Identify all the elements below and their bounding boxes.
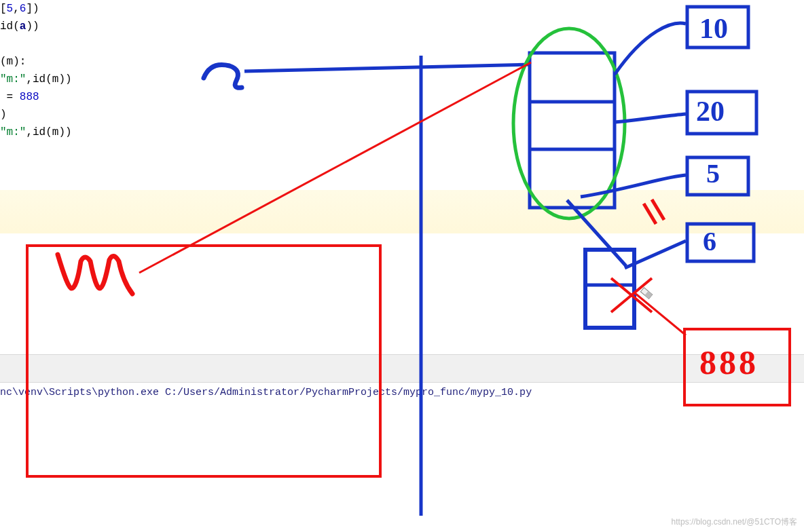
console-output-line: nc\venv\Scripts\python.exe C:/Users/Admi… [0,387,532,398]
code-line: (m): [0,53,204,71]
console-divider [0,354,804,383]
selection-highlight [0,190,804,233]
annotation-label-10: 10 [699,12,728,45]
annotation-arrow-a [244,64,530,71]
annotation-label-20: 20 [696,95,725,128]
annotation-label-5: 5 [706,157,720,189]
annotation-x2 [611,278,652,312]
code-line: "m:",id(m)) [0,71,204,88]
annotation-ptr-10 [615,23,686,75]
annotation-box-20 [687,92,756,134]
annotation-list-box [530,53,615,208]
code-line: "m:",id(m)) [0,124,204,141]
cursor-icon [637,284,656,303]
code-line: = 888 [0,88,204,106]
code-line: id(a)) [0,18,204,35]
code-line: ) [0,106,204,124]
annotation-ptr-888 [635,293,686,335]
svg-rect-7 [644,291,652,299]
editor-code-area[interactable]: [5,6]) id(a)) (m): "m:",id(m)) = 888 ) "… [0,0,204,141]
annotation-ptr-20 [615,114,686,122]
watermark-text: https://blog.csdn.net/@51CTO博客 [672,516,797,528]
annotation-ptr-6 [625,241,686,268]
annotation-glyph-m [58,254,132,294]
annotation-sublist-box [585,250,634,328]
svg-rect-6 [640,288,652,299]
code-line [0,35,204,53]
code-line: [5,6]) [0,0,204,18]
annotation-box-10 [687,7,748,48]
annotation-glyph-a [204,64,242,88]
annotation-box-5 [687,157,748,195]
annotation-x1 [611,278,652,312]
